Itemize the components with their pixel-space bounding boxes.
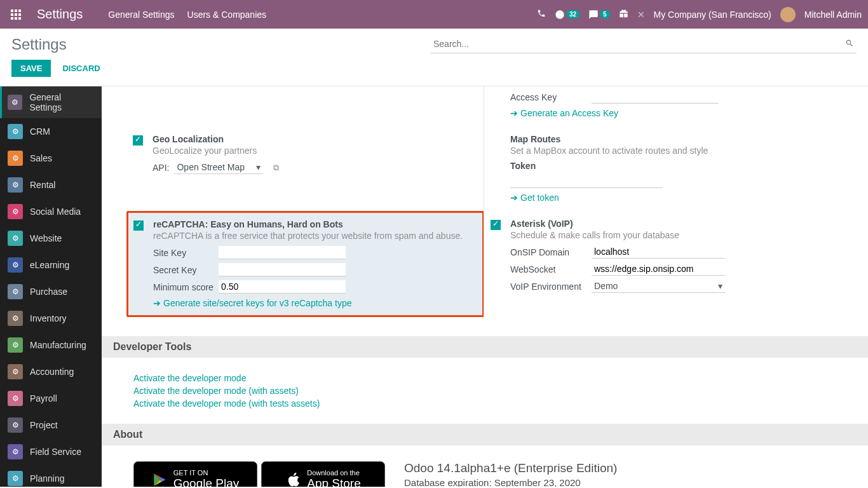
- maproutes-token-input[interactable]: [510, 175, 663, 188]
- settings-content[interactable]: Access Key ➔ Generate an Access Key Geo …: [102, 86, 868, 487]
- asterisk-desc: Schedule & make calls from your database: [510, 230, 835, 240]
- geo-localization-checkbox[interactable]: [133, 135, 143, 146]
- page-title: Settings: [11, 36, 67, 53]
- close-tray-icon[interactable]: ✕: [637, 10, 645, 20]
- get-token-link[interactable]: ➔ Get token: [510, 193, 559, 203]
- sidebar-icon: ⚙: [8, 124, 23, 139]
- geo-api-select[interactable]: Open Street Map: [174, 161, 263, 173]
- db-expiration: Database expiration: September 23, 2020: [404, 477, 836, 487]
- websocket-input[interactable]: [592, 262, 725, 276]
- svg-rect-3: [11, 13, 13, 16]
- search-input[interactable]: [431, 35, 857, 53]
- voip-env-label: VoIP Environment: [510, 281, 587, 292]
- sidebar-label: Payroll: [30, 393, 57, 403]
- sidebar-icon: ⚙: [8, 177, 23, 193]
- recaptcha-generate-link[interactable]: ➔ Generate site/secret keys for v3 reCap…: [153, 298, 351, 308]
- phone-icon[interactable]: [537, 9, 546, 20]
- recaptcha-desc: reCAPTCHA is a free service that protect…: [153, 231, 477, 241]
- google-play-button[interactable]: GET IT ONGoogle Play: [133, 461, 257, 487]
- activate-dev-mode-link[interactable]: Activate the developer mode: [133, 373, 836, 383]
- activate-dev-mode-assets-link[interactable]: Activate the developer mode (with assets…: [133, 386, 836, 396]
- sidebar-item-website[interactable]: ⚙Website: [0, 225, 102, 252]
- unsplash-access-key-input[interactable]: [592, 90, 719, 104]
- sidebar-item-project[interactable]: ⚙Project: [0, 412, 102, 438]
- activity-icon[interactable]: 32: [555, 10, 580, 20]
- sidebar-label: Manufacturing: [30, 340, 86, 350]
- svg-rect-6: [11, 17, 13, 20]
- voip-env-select[interactable]: Demo: [592, 280, 725, 292]
- asterisk-checkbox[interactable]: [491, 220, 501, 230]
- activate-dev-mode-tests-link[interactable]: Activate the developer mode (with tests …: [133, 398, 836, 409]
- sidebar-icon: ⚙: [8, 417, 23, 433]
- websocket-label: WebSocket: [510, 264, 587, 274]
- sidebar-item-rental[interactable]: ⚙Rental: [0, 172, 102, 198]
- sidebar-item-sales[interactable]: ⚙Sales: [0, 145, 102, 172]
- sidebar-item-social-media[interactable]: ⚙Social Media: [0, 198, 102, 225]
- geo-title: Geo Localization: [153, 134, 478, 144]
- sidebar-icon: ⚙: [8, 284, 23, 299]
- recaptcha-minscore-label: Minimum score: [153, 282, 214, 292]
- about-header: About: [102, 424, 868, 445]
- sidebar-item-planning[interactable]: ⚙Planning: [0, 465, 102, 487]
- sidebar-item-elearning[interactable]: ⚙eLearning: [0, 252, 102, 278]
- save-button[interactable]: SAVE: [11, 60, 51, 77]
- sidebar-label: Sales: [30, 153, 52, 163]
- company-selector[interactable]: My Company (San Francisco): [654, 10, 771, 20]
- recaptcha-checkbox[interactable]: [133, 220, 144, 231]
- top-navbar: Settings General Settings Users & Compan…: [0, 0, 868, 29]
- recaptcha-minscore-input[interactable]: [219, 280, 346, 294]
- recaptcha-sitekey-input[interactable]: [219, 246, 346, 259]
- maproutes-title: Map Routes: [510, 134, 835, 144]
- recaptcha-sitekey-label: Site Key: [153, 248, 214, 258]
- sidebar-label: Project: [30, 420, 58, 430]
- sidebar-icon: ⚙: [8, 364, 23, 379]
- search-icon[interactable]: [845, 39, 854, 50]
- generate-access-key-link[interactable]: ➔ Generate an Access Key: [510, 108, 618, 118]
- sidebar-label: Website: [30, 233, 62, 243]
- app-store-button[interactable]: Download on theApp Store: [261, 461, 385, 487]
- sidebar-icon: ⚙: [8, 311, 23, 326]
- messages-icon[interactable]: 5: [588, 10, 610, 20]
- sidebar-icon: ⚙: [8, 231, 23, 246]
- discard-button[interactable]: DISCARD: [56, 60, 106, 77]
- sidebar-item-purchase[interactable]: ⚙Purchase: [0, 278, 102, 305]
- sidebar-icon: ⚙: [8, 204, 23, 219]
- sidebar-label: Planning: [30, 473, 65, 484]
- recaptcha-secretkey-input[interactable]: [219, 263, 346, 276]
- sidebar-icon: ⚙: [8, 151, 23, 166]
- svg-rect-0: [11, 10, 13, 12]
- activity-badge: 32: [566, 10, 580, 18]
- svg-rect-8: [18, 17, 21, 20]
- sidebar-item-inventory[interactable]: ⚙Inventory: [0, 305, 102, 332]
- apps-launcher-icon[interactable]: [6, 5, 25, 24]
- sidebar-item-field-service[interactable]: ⚙Field Service: [0, 438, 102, 465]
- sidebar-label: Rental: [30, 180, 55, 190]
- sidebar-item-manufacturing[interactable]: ⚙Manufacturing: [0, 332, 102, 358]
- svg-rect-1: [15, 10, 17, 12]
- sidebar-icon: ⚙: [8, 444, 23, 459]
- odoo-version: Odoo 14.1alpha1+e (Enterprise Edition): [404, 461, 836, 475]
- sidebar-label: CRM: [30, 126, 50, 137]
- sidebar-item-crm[interactable]: ⚙CRM: [0, 118, 102, 145]
- sidebar-item-payroll[interactable]: ⚙Payroll: [0, 385, 102, 412]
- svg-rect-7: [15, 17, 17, 20]
- menu-general-settings[interactable]: General Settings: [108, 10, 174, 20]
- sidebar-icon: ⚙: [8, 471, 23, 486]
- sidebar-item-accounting[interactable]: ⚙Accounting: [0, 358, 102, 385]
- asterisk-title: Asterisk (VoIP): [510, 219, 835, 229]
- onsip-domain-input[interactable]: [592, 245, 725, 259]
- sidebar-item-general-settings[interactable]: ⚙General Settings: [0, 86, 102, 118]
- messages-badge: 5: [600, 10, 610, 18]
- sidebar-icon: ⚙: [8, 337, 23, 353]
- sidebar-label: eLearning: [30, 260, 69, 270]
- unsplash-access-key-label: Access Key: [510, 92, 587, 102]
- gift-icon[interactable]: [619, 9, 628, 20]
- svg-rect-4: [15, 13, 17, 16]
- external-link-icon[interactable]: ⧉: [273, 163, 279, 173]
- geo-desc: GeoLocalize your partners: [153, 146, 478, 156]
- user-name[interactable]: Mitchell Admin: [804, 10, 862, 20]
- recaptcha-secretkey-label: Secret Key: [153, 265, 214, 275]
- onsip-domain-label: OnSIP Domain: [510, 247, 587, 257]
- menu-users-companies[interactable]: Users & Companies: [187, 10, 267, 20]
- user-avatar[interactable]: [780, 7, 796, 22]
